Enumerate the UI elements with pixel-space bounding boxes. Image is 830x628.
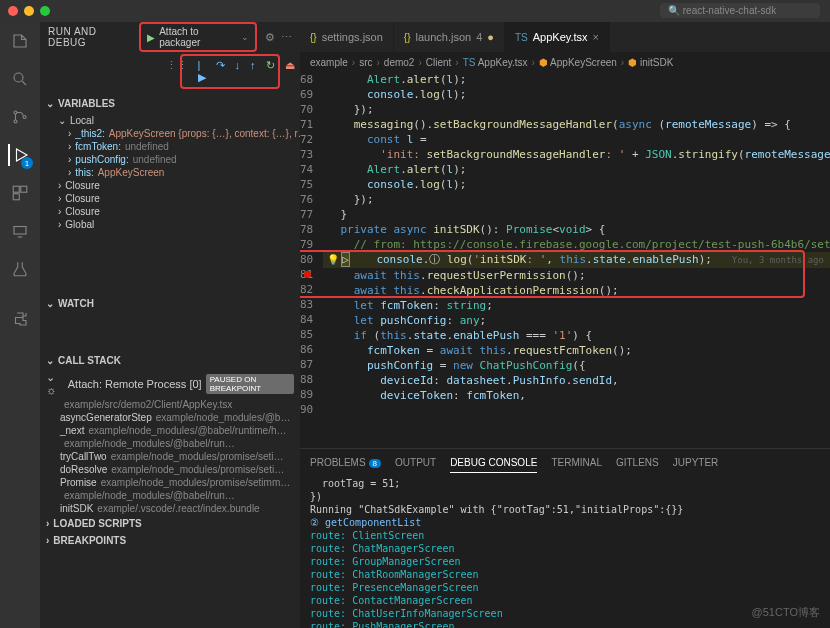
svg-point-3: [23, 116, 26, 119]
stack-frame[interactable]: example/src/demo2/Client/AppKey.tsx: [40, 398, 300, 411]
stack-frame[interactable]: asyncGeneratorStepexample/node_modules/@…: [40, 411, 300, 424]
disconnect-button[interactable]: ⏏: [285, 59, 295, 84]
variable-row[interactable]: ›fcmToken: undefined: [54, 140, 300, 153]
sidebar-title: RUN AND DEBUG: [48, 26, 133, 48]
panel-tabs: PROBLEMS8 OUTPUT DEBUG CONSOLE TERMINAL …: [300, 449, 830, 473]
watch-section[interactable]: ⌄WATCH: [40, 295, 300, 312]
test-icon[interactable]: [9, 258, 31, 280]
scope-local[interactable]: ⌄Local: [54, 114, 300, 127]
title-search[interactable]: 🔍 react-native-chat-sdk: [660, 3, 820, 18]
svg-rect-4: [13, 186, 19, 192]
stack-frame[interactable]: doResolveexample/node_modules/promise/se…: [40, 463, 300, 476]
maximize-window[interactable]: [40, 6, 50, 16]
variable-row[interactable]: ›_this2: AppKeyScreen {props: {…}, conte…: [54, 127, 300, 140]
titlebar: 🔍 react-native-chat-sdk: [0, 0, 830, 22]
debug-toolbar: ⋮⋮ |▶ ↷ ↓ ↑ ↻ ⏏: [180, 54, 280, 89]
step-into-button[interactable]: ↓: [235, 59, 241, 84]
tab-jupyter[interactable]: JUPYTER: [673, 453, 719, 473]
breakpoints-section[interactable]: ›BREAKPOINTS: [40, 532, 300, 549]
svg-rect-6: [13, 194, 19, 200]
step-out-button[interactable]: ↑: [250, 59, 256, 84]
variables-section[interactable]: ⌄VARIABLES: [40, 95, 300, 112]
stack-frame[interactable]: example/node_modules/@babel/run…: [40, 489, 300, 502]
callstack-thread[interactable]: ⌄ ☼ Attach: Remote Process [0] PAUSED ON…: [40, 369, 300, 398]
launch-config-selector[interactable]: ▶ Attach to packager ⌄: [139, 22, 257, 52]
svg-point-2: [14, 120, 17, 123]
svg-point-1: [14, 111, 17, 114]
scope-row[interactable]: ›Closure: [54, 192, 300, 205]
code-editor[interactable]: 6869707172737475767778798081828384858687…: [300, 72, 830, 448]
minimize-window[interactable]: [24, 6, 34, 16]
callstack-section[interactable]: ⌄CALL STACK: [40, 352, 300, 369]
stack-frame[interactable]: example/node_modules/@babel/run…: [40, 437, 300, 450]
remote-icon[interactable]: [9, 220, 31, 242]
stack-frame[interactable]: initSDKexample/.vscode/.react/index.bund…: [40, 502, 300, 515]
scope-row[interactable]: ›Closure: [54, 179, 300, 192]
editor-tab[interactable]: {}launch.json 4●: [394, 22, 505, 52]
scope-row[interactable]: ›Closure: [54, 205, 300, 218]
variable-row[interactable]: ›this: AppKeyScreen: [54, 166, 300, 179]
tab-gitlens[interactable]: GITLENS: [616, 453, 659, 473]
debug-badge: 1: [21, 157, 33, 169]
variable-row[interactable]: ›pushConfig: undefined: [54, 153, 300, 166]
play-icon: ▶: [147, 32, 155, 43]
svg-point-0: [14, 73, 23, 82]
continue-button[interactable]: |▶: [198, 59, 206, 84]
loaded-scripts-section[interactable]: ›LOADED SCRIPTS: [40, 515, 300, 532]
tab-debug-console[interactable]: DEBUG CONSOLE: [450, 453, 537, 473]
debug-icon[interactable]: 1: [8, 144, 30, 166]
close-window[interactable]: [8, 6, 18, 16]
editor-tab[interactable]: TSAppKey.tsx×: [505, 22, 610, 52]
scope-row[interactable]: ›Global: [54, 218, 300, 231]
bottom-panel: PROBLEMS8 OUTPUT DEBUG CONSOLE TERMINAL …: [300, 448, 830, 628]
stack-frame[interactable]: Promiseexample/node_modules/promise/seti…: [40, 476, 300, 489]
tab-output[interactable]: OUTPUT: [395, 453, 436, 473]
watermark: @51CTO博客: [752, 605, 820, 620]
debug-console-output[interactable]: rootTag = 51;})Running "ChatSdkExample" …: [300, 473, 830, 628]
explorer-icon[interactable]: [9, 30, 31, 52]
restart-button[interactable]: ↻: [266, 59, 275, 84]
stack-frame[interactable]: tryCallTwoexample/node_modules/promise/s…: [40, 450, 300, 463]
gear-icon[interactable]: ⚙: [265, 31, 275, 44]
chevron-down-icon: ⌄: [241, 32, 249, 42]
svg-rect-5: [21, 186, 27, 192]
debug-sidebar: RUN AND DEBUG ▶ Attach to packager ⌄ ⚙ ⋯…: [40, 22, 300, 628]
drag-icon[interactable]: ⋮⋮: [166, 59, 188, 84]
svg-rect-7: [14, 227, 26, 235]
breadcrumb[interactable]: example›src›demo2›Client›TS AppKey.tsx›⬢…: [300, 52, 830, 72]
editor-tabs: {}settings.json{}launch.json 4●TSAppKey.…: [300, 22, 830, 52]
extensions-icon[interactable]: [9, 182, 31, 204]
scm-icon[interactable]: [9, 106, 31, 128]
step-over-button[interactable]: ↷: [216, 59, 225, 84]
tab-terminal[interactable]: TERMINAL: [551, 453, 602, 473]
stack-frame[interactable]: _nextexample/node_modules/@babel/runtime…: [40, 424, 300, 437]
activity-bar: 1: [0, 22, 40, 628]
search-icon[interactable]: [9, 68, 31, 90]
python-icon[interactable]: [9, 308, 31, 330]
editor-tab[interactable]: {}settings.json: [300, 22, 394, 52]
tab-problems[interactable]: PROBLEMS8: [310, 453, 381, 473]
